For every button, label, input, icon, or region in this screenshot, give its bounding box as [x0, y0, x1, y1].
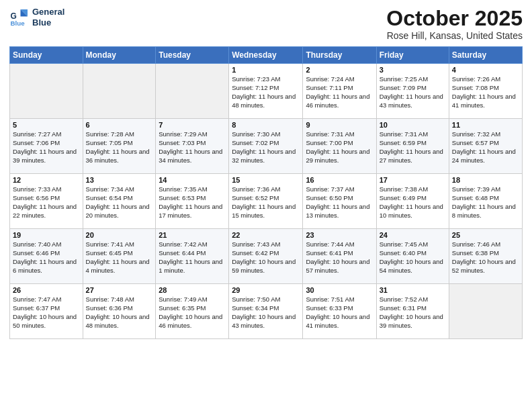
calendar-header-row: Sunday Monday Tuesday Wednesday Thursday…: [10, 47, 523, 64]
calendar-cell: 2Sunrise: 7:24 AMSunset: 7:11 PMDaylight…: [303, 64, 376, 119]
calendar-cell: 14Sunrise: 7:35 AMSunset: 6:53 PMDayligh…: [156, 174, 229, 229]
calendar-cell: 6Sunrise: 7:28 AMSunset: 7:05 PMDaylight…: [83, 119, 156, 174]
calendar-cell: 18Sunrise: 7:39 AMSunset: 6:48 PMDayligh…: [449, 174, 522, 229]
day-number: 27: [86, 286, 153, 294]
day-info: Sunrise: 7:43 AMSunset: 6:42 PMDaylight:…: [232, 240, 300, 275]
calendar-cell: 30Sunrise: 7:51 AMSunset: 6:33 PMDayligh…: [303, 284, 376, 339]
col-tuesday: Tuesday: [156, 47, 229, 64]
calendar-cell: 13Sunrise: 7:34 AMSunset: 6:54 PMDayligh…: [83, 174, 156, 229]
calendar-cell: 16Sunrise: 7:37 AMSunset: 6:50 PMDayligh…: [303, 174, 376, 229]
svg-text:Blue: Blue: [11, 19, 26, 27]
day-info: Sunrise: 7:39 AMSunset: 6:48 PMDaylight:…: [452, 185, 519, 220]
header: G Blue General Blue October 2025 Rose Hi…: [9, 7, 523, 41]
calendar-cell: 5Sunrise: 7:27 AMSunset: 7:06 PMDaylight…: [10, 119, 83, 174]
day-info: Sunrise: 7:41 AMSunset: 6:45 PMDaylight:…: [86, 240, 153, 275]
day-number: 6: [86, 121, 153, 129]
calendar-cell: 3Sunrise: 7:25 AMSunset: 7:09 PMDaylight…: [376, 64, 449, 119]
day-number: 4: [452, 66, 519, 74]
calendar-cell: 27Sunrise: 7:48 AMSunset: 6:36 PMDayligh…: [83, 284, 156, 339]
day-number: 10: [380, 121, 446, 129]
day-info: Sunrise: 7:47 AMSunset: 6:37 PMDaylight:…: [13, 295, 80, 330]
calendar-cell: [156, 64, 229, 119]
day-info: Sunrise: 7:23 AMSunset: 7:12 PMDaylight:…: [232, 75, 300, 109]
day-number: 30: [306, 286, 373, 294]
calendar-week-row: 26Sunrise: 7:47 AMSunset: 6:37 PMDayligh…: [10, 284, 523, 339]
day-info: Sunrise: 7:50 AMSunset: 6:34 PMDaylight:…: [232, 295, 300, 330]
calendar-cell: [10, 64, 83, 119]
day-number: 21: [159, 231, 226, 239]
day-info: Sunrise: 7:30 AMSunset: 7:02 PMDaylight:…: [232, 130, 300, 165]
day-info: Sunrise: 7:51 AMSunset: 6:33 PMDaylight:…: [306, 295, 373, 330]
calendar-cell: 10Sunrise: 7:31 AMSunset: 6:59 PMDayligh…: [376, 119, 449, 174]
calendar-cell: 28Sunrise: 7:49 AMSunset: 6:35 PMDayligh…: [156, 284, 229, 339]
calendar-cell: 12Sunrise: 7:33 AMSunset: 6:56 PMDayligh…: [10, 174, 83, 229]
day-number: 23: [306, 231, 373, 239]
day-number: 9: [306, 121, 373, 129]
calendar-cell: 17Sunrise: 7:38 AMSunset: 6:49 PMDayligh…: [376, 174, 449, 229]
day-info: Sunrise: 7:44 AMSunset: 6:41 PMDaylight:…: [306, 240, 373, 275]
day-info: Sunrise: 7:36 AMSunset: 6:52 PMDaylight:…: [232, 185, 300, 220]
logo: G Blue General Blue: [9, 7, 64, 28]
day-number: 22: [232, 231, 300, 239]
day-number: 13: [86, 176, 153, 184]
day-number: 31: [380, 286, 446, 294]
day-info: Sunrise: 7:37 AMSunset: 6:50 PMDaylight:…: [306, 185, 373, 220]
col-monday: Monday: [83, 47, 156, 64]
col-friday: Friday: [376, 47, 449, 64]
calendar-table: Sunday Monday Tuesday Wednesday Thursday…: [9, 46, 523, 339]
day-number: 8: [232, 121, 300, 129]
day-number: 25: [452, 231, 519, 239]
calendar-cell: 23Sunrise: 7:44 AMSunset: 6:41 PMDayligh…: [303, 229, 376, 284]
col-wednesday: Wednesday: [229, 47, 303, 64]
day-info: Sunrise: 7:35 AMSunset: 6:53 PMDaylight:…: [159, 185, 226, 220]
day-info: Sunrise: 7:49 AMSunset: 6:35 PMDaylight:…: [159, 295, 226, 330]
day-info: Sunrise: 7:26 AMSunset: 7:08 PMDaylight:…: [452, 75, 519, 109]
day-number: 29: [232, 286, 300, 294]
day-number: 7: [159, 121, 226, 129]
calendar-cell: 1Sunrise: 7:23 AMSunset: 7:12 PMDaylight…: [229, 64, 303, 119]
day-info: Sunrise: 7:28 AMSunset: 7:05 PMDaylight:…: [86, 130, 153, 165]
day-info: Sunrise: 7:34 AMSunset: 6:54 PMDaylight:…: [86, 185, 153, 220]
day-number: 14: [159, 176, 226, 184]
calendar-week-row: 19Sunrise: 7:40 AMSunset: 6:46 PMDayligh…: [10, 229, 523, 284]
day-number: 26: [13, 286, 80, 294]
logo-text: General Blue: [32, 7, 64, 28]
day-info: Sunrise: 7:45 AMSunset: 6:40 PMDaylight:…: [380, 240, 446, 275]
calendar-cell: [449, 284, 522, 339]
calendar-cell: 7Sunrise: 7:29 AMSunset: 7:03 PMDaylight…: [156, 119, 229, 174]
calendar-cell: 9Sunrise: 7:31 AMSunset: 7:00 PMDaylight…: [303, 119, 376, 174]
calendar-cell: 25Sunrise: 7:46 AMSunset: 6:38 PMDayligh…: [449, 229, 522, 284]
calendar-cell: 19Sunrise: 7:40 AMSunset: 6:46 PMDayligh…: [10, 229, 83, 284]
day-info: Sunrise: 7:46 AMSunset: 6:38 PMDaylight:…: [452, 240, 519, 275]
day-number: 24: [380, 231, 446, 239]
title-block: October 2025 Rose Hill, Kansas, United S…: [386, 7, 523, 41]
col-sunday: Sunday: [10, 47, 83, 64]
day-number: 2: [306, 66, 373, 74]
calendar-cell: 31Sunrise: 7:52 AMSunset: 6:31 PMDayligh…: [376, 284, 449, 339]
day-info: Sunrise: 7:40 AMSunset: 6:46 PMDaylight:…: [13, 240, 80, 275]
day-number: 18: [452, 176, 519, 184]
calendar-cell: 15Sunrise: 7:36 AMSunset: 6:52 PMDayligh…: [229, 174, 303, 229]
generalblue-logo-icon: G Blue: [9, 7, 30, 28]
col-saturday: Saturday: [449, 47, 522, 64]
calendar-cell: 29Sunrise: 7:50 AMSunset: 6:34 PMDayligh…: [229, 284, 303, 339]
day-number: 5: [13, 121, 80, 129]
day-number: 12: [13, 176, 80, 184]
day-info: Sunrise: 7:38 AMSunset: 6:49 PMDaylight:…: [380, 185, 446, 220]
day-info: Sunrise: 7:31 AMSunset: 6:59 PMDaylight:…: [380, 130, 446, 165]
day-number: 11: [452, 121, 519, 129]
month-title: October 2025: [386, 7, 523, 30]
day-info: Sunrise: 7:24 AMSunset: 7:11 PMDaylight:…: [306, 75, 373, 109]
calendar-cell: 20Sunrise: 7:41 AMSunset: 6:45 PMDayligh…: [83, 229, 156, 284]
day-number: 17: [380, 176, 446, 184]
day-number: 16: [306, 176, 373, 184]
calendar-cell: 26Sunrise: 7:47 AMSunset: 6:37 PMDayligh…: [10, 284, 83, 339]
col-thursday: Thursday: [303, 47, 376, 64]
day-info: Sunrise: 7:29 AMSunset: 7:03 PMDaylight:…: [159, 130, 226, 165]
day-number: 28: [159, 286, 226, 294]
calendar-week-row: 12Sunrise: 7:33 AMSunset: 6:56 PMDayligh…: [10, 174, 523, 229]
day-info: Sunrise: 7:52 AMSunset: 6:31 PMDaylight:…: [380, 295, 446, 330]
day-number: 3: [380, 66, 446, 74]
day-number: 15: [232, 176, 300, 184]
day-number: 19: [13, 231, 80, 239]
